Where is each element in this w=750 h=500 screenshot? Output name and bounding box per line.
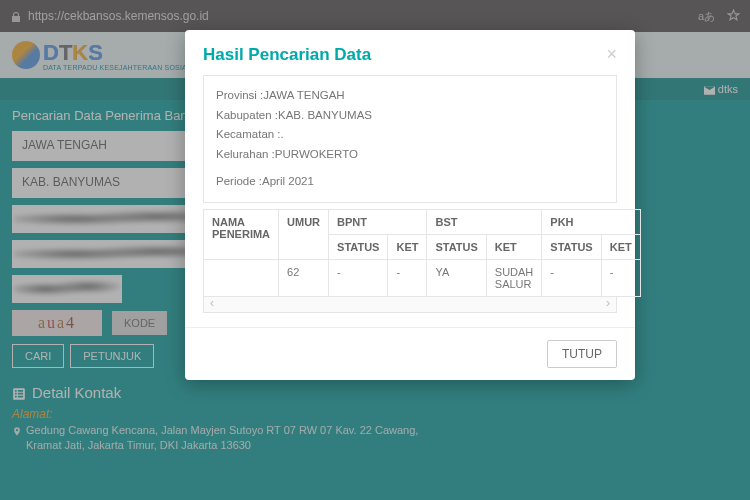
result-table: NAMA PENERIMA UMUR BPNT BST PKH STATUSKE… xyxy=(203,209,641,297)
col-umur: UMUR xyxy=(279,209,329,259)
modal-title: Hasil Pencarian Data xyxy=(203,45,371,65)
col-pkh: PKH xyxy=(542,209,640,234)
result-modal: Hasil Pencarian Data × Provinsi : JAWA T… xyxy=(185,30,635,380)
col-nama: NAMA PENERIMA xyxy=(204,209,279,259)
col-bpnt: BPNT xyxy=(329,209,427,234)
close-icon[interactable]: × xyxy=(606,44,617,65)
tutup-button[interactable]: TUTUP xyxy=(547,340,617,368)
search-info-box: Provinsi : JAWA TENGAH Kabupaten : KAB. … xyxy=(203,75,617,203)
table-row: 62 -- YASUDAH SALUR -- xyxy=(204,259,641,296)
table-scrollbar[interactable] xyxy=(203,297,617,313)
col-bst: BST xyxy=(427,209,542,234)
